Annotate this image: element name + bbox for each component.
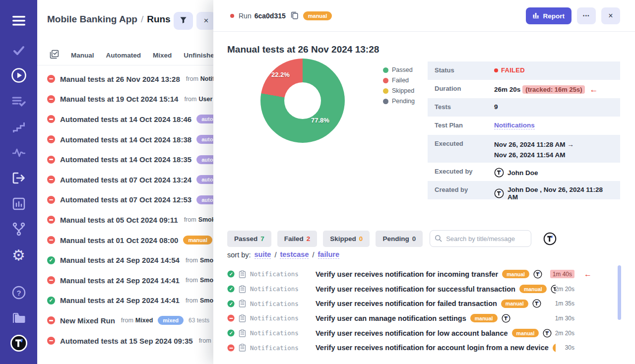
breadcrumb-project[interactable]: Mobile Banking App <box>47 14 137 24</box>
detail-tab[interactable] <box>484 209 613 224</box>
chip-label: Failed <box>284 235 304 243</box>
annotation-arrow-icon: ← <box>589 85 598 94</box>
check-icon[interactable] <box>0 42 37 60</box>
avatar <box>543 329 552 338</box>
test-title: Verify user receives notification for lo… <box>316 329 508 337</box>
play-circle-icon[interactable] <box>0 66 37 84</box>
import-icon[interactable] <box>0 169 37 187</box>
filter-button[interactable] <box>174 12 193 30</box>
sort-failure-link[interactable]: failure <box>318 250 340 259</box>
run-status-icon <box>47 115 55 123</box>
legend-label: Skipped <box>392 87 414 94</box>
run-title: Manual tests at 24 Sep 2024 14:41 <box>60 296 180 304</box>
run-title: Automated tests at 14 Oct 2024 18:38 <box>60 135 191 144</box>
test-status-icon <box>227 330 234 337</box>
avatar <box>502 314 510 323</box>
test-status-icon <box>227 285 234 292</box>
test-row[interactable]: Notifications Verify user receives notif… <box>227 326 620 341</box>
detail-row-tests: Tests 9 <box>428 98 620 117</box>
sort-suite-link[interactable]: suite <box>254 250 271 259</box>
run-title: Automated tests at 14 Oct 2024 18:46 <box>60 115 191 123</box>
folder-icon[interactable] <box>0 309 37 327</box>
executed-by-name: John Doe <box>508 169 538 177</box>
run-source: fromMixed <box>121 317 153 324</box>
legend-label: Failed <box>392 77 409 84</box>
chip-label: Skipped <box>330 235 356 243</box>
run-tests-count: 63 tests <box>189 317 209 324</box>
test-duration: 1m 30s <box>555 315 574 322</box>
more-button[interactable]: ••• <box>577 7 596 24</box>
test-row[interactable]: Notifications Verify user receives notif… <box>227 282 620 297</box>
testcase-icon <box>239 300 246 307</box>
runs-tab[interactable]: Mixed <box>153 52 172 59</box>
test-title: Verify user receives notification for fa… <box>316 300 497 307</box>
legend-item: Skipped <box>383 87 415 95</box>
test-plan-link[interactable]: Notifications <box>494 121 535 129</box>
runs-tab[interactable]: Automated <box>106 52 141 59</box>
sort-row: sort by: suite / testcase / failure <box>227 250 339 259</box>
detail-row-status: Status FAILED <box>428 61 620 80</box>
test-row[interactable]: Notifications Verify user receives notif… <box>227 267 620 282</box>
status-filter-chip[interactable]: Passed7 <box>227 231 271 247</box>
sort-separator: / <box>274 251 276 259</box>
search-input[interactable] <box>430 230 531 247</box>
steps-icon[interactable] <box>0 119 37 136</box>
detail-tab[interactable] <box>227 209 356 224</box>
donut-label-passed: 77.8% <box>311 117 329 124</box>
test-status-icon <box>227 315 234 322</box>
status-filter-chip[interactable]: Pending0 <box>376 231 423 247</box>
test-status-icon <box>227 271 234 278</box>
chip-count: 7 <box>260 235 264 243</box>
legend-label: Passed <box>392 66 413 73</box>
test-row[interactable]: Notifications Verify user receives notif… <box>227 296 620 311</box>
test-row[interactable]: Notifications Verify user can manage not… <box>227 311 620 326</box>
run-status-icon <box>47 337 55 345</box>
run-id: 6ca0d315 <box>254 12 286 20</box>
close-icon: × <box>608 11 613 20</box>
run-status-icon <box>47 297 55 304</box>
test-type-badge: manual <box>519 285 547 293</box>
branch-icon[interactable] <box>0 220 37 238</box>
detail-close-button[interactable]: × <box>601 7 620 24</box>
sort-testcase-link[interactable]: testcase <box>280 250 309 259</box>
detail-row-created-by: Created by John Doe , Nov 26, 2024 11:28… <box>428 181 620 199</box>
menu-icon[interactable] <box>0 12 37 30</box>
test-duration: 1m 35s <box>555 300 574 307</box>
avatar <box>532 299 541 308</box>
run-status-icon <box>47 316 55 324</box>
test-suite: Notifications <box>250 329 307 337</box>
status-filter-chip[interactable]: Failed2 <box>277 231 318 247</box>
tests-list: Notifications Verify user receives notif… <box>227 267 620 355</box>
from-label: from <box>186 277 198 284</box>
copy-icon[interactable] <box>290 11 299 21</box>
executed-end: Nov 26, 2024 11:54 AM <box>494 151 566 159</box>
help-icon[interactable]: ? <box>0 284 37 302</box>
test-title: Verify user receives notification for in… <box>316 270 498 278</box>
testcase-icon <box>239 344 246 352</box>
detail-tab[interactable] <box>356 209 484 224</box>
report-button[interactable]: Report <box>526 7 572 24</box>
legend-label: Pending <box>392 98 415 105</box>
run-title: Manual tests at 19 Oct 2024 15:14 <box>60 95 178 103</box>
detail-label: Status <box>435 66 494 74</box>
assignee-avatar[interactable] <box>543 232 557 245</box>
list-check-icon[interactable] <box>0 93 37 111</box>
test-row[interactable]: Notifications Verify user receives notif… <box>227 340 620 355</box>
runs-tab[interactable]: Manual <box>71 52 94 59</box>
bar-chart-icon <box>533 12 540 20</box>
run-detail-panel: Run 6ca0d315 manual Report ••• × Manual … <box>213 0 635 364</box>
run-title: Automated tests at 14 Oct 2024 18:35 <box>60 155 191 164</box>
status-filter-chip[interactable]: Skipped0 <box>323 231 370 247</box>
legend-dot-icon <box>383 99 388 104</box>
gear-icon[interactable]: ⚙ <box>0 246 37 264</box>
from-label: from <box>186 75 198 82</box>
select-all-icon[interactable] <box>50 50 59 61</box>
duration-value: 26m 20s <box>494 86 520 93</box>
scrollbar-thumb[interactable] <box>618 265 621 320</box>
created-by-text: John Doe , Nov 26, 2024 11:28 AM <box>508 186 614 201</box>
logo-icon[interactable] <box>0 334 37 352</box>
pulse-icon[interactable] <box>0 144 37 162</box>
analytics-icon[interactable] <box>0 195 37 213</box>
detail-label: Executed by <box>435 168 494 175</box>
test-suite: Notifications <box>250 300 307 307</box>
